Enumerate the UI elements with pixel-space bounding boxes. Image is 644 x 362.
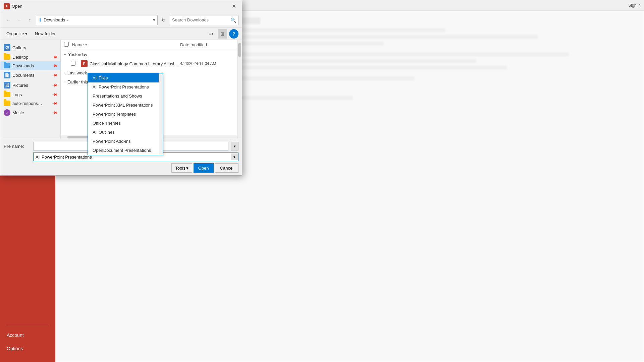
yesterday-chevron: ▾ <box>64 52 66 57</box>
dialog-toolbar: Organize ▾ New folder ≡ ▾ ⊞ ? <box>0 28 242 40</box>
file-item-classical[interactable]: P Classical Mythology Common Literary Al… <box>61 59 237 68</box>
earlier-this-month-chevron: › <box>64 80 65 84</box>
sidebar-item-logs[interactable]: Logs 📌 <box>0 90 60 99</box>
sidebar-item-gallery-label: Gallery <box>12 45 57 50</box>
sidebar-item-logs-label: Logs <box>12 92 50 97</box>
nav-forward-button[interactable]: → <box>14 15 24 25</box>
documents-pin-icon: 📌 <box>51 72 58 78</box>
sidebar-item-pictures[interactable]: 🖼 Pictures 📌 <box>0 80 60 90</box>
group-header-yesterday[interactable]: ▾ Yesterday <box>61 50 237 59</box>
sidebar-item-music[interactable]: ♪ Music 📌 <box>0 108 60 118</box>
organize-label: Organize <box>6 31 24 36</box>
open-button[interactable]: Open <box>194 163 214 173</box>
yesterday-label: Yesterday <box>68 52 87 57</box>
nav-download-icon: ⬇ <box>38 17 42 23</box>
nav-path-chevron[interactable]: ▾ <box>153 17 155 22</box>
sidebar-item-desktop-label: Desktop <box>12 55 50 60</box>
nav-refresh-button[interactable]: ↻ <box>159 15 168 25</box>
open-dialog: P Open ✕ ← → ↑ ⬇ Downloads › ▾ ↻ 🔍 <box>0 0 242 176</box>
organize-chevron: ▾ <box>25 31 28 36</box>
dialog-sidebar: 🖼 Gallery Desktop 📌 ⬇ Downloads 📌 <box>0 40 61 139</box>
desktop-folder-icon <box>4 54 10 60</box>
dropdown-item-ppt-addins[interactable]: PowerPoint Add-ins <box>88 137 163 146</box>
pptx-icon-classical: P <box>81 60 88 67</box>
dropdown-item-office-themes[interactable]: Office Themes <box>88 119 163 128</box>
nav-path-label: Downloads <box>44 17 65 22</box>
search-input[interactable] <box>172 17 229 22</box>
sign-in-link[interactable]: Sign in <box>628 3 641 8</box>
dialog-titlebar: P Open ✕ <box>0 0 242 12</box>
name-column-header[interactable]: Name ▾ <box>72 42 180 47</box>
nav-back-button[interactable]: ← <box>4 15 13 25</box>
tools-button[interactable]: Tools ▾ <box>171 163 192 173</box>
dialog-navbar: ← → ↑ ⬇ Downloads › ▾ ↻ 🔍 <box>0 12 242 28</box>
dropdown-item-ppt-xml[interactable]: PowerPoint XML Presentations <box>88 101 163 110</box>
help-icon: ? <box>232 31 235 37</box>
view-icon: ≡ <box>209 31 211 37</box>
new-folder-label: New folder <box>35 31 56 36</box>
pictures-icon: 🖼 <box>4 82 10 88</box>
downloads-folder-icon: ⬇ <box>4 63 10 68</box>
layout-button[interactable]: ⊞ <box>218 29 227 39</box>
sidebar-item-pictures-label: Pictures <box>12 83 50 88</box>
layout-icon: ⊞ <box>220 31 224 37</box>
gallery-icon: 🖼 <box>4 44 10 51</box>
sidebar-item-downloads-label: Downloads <box>12 63 50 68</box>
sidebar-item-gallery[interactable]: 🖼 Gallery <box>0 43 60 53</box>
dropdown-scrollbar[interactable] <box>159 73 163 155</box>
music-pin-icon: 📌 <box>51 109 58 116</box>
dropdown-item-all-outlines[interactable]: All Outlines <box>88 128 163 137</box>
logs-pin-icon: 📌 <box>51 91 58 98</box>
sidebar-item-documents-label: Documents <box>12 73 50 78</box>
nav-path-sep: › <box>66 17 68 22</box>
help-button[interactable]: ? <box>229 29 238 39</box>
vertical-scrollbar[interactable] <box>237 40 242 139</box>
music-icon: ♪ <box>4 109 10 116</box>
sidebar-item-downloads[interactable]: ⬇ Downloads 📌 <box>0 61 60 70</box>
dropdown-item-all-ppt[interactable]: All PowerPoint Presentations <box>88 82 163 92</box>
sidebar-item-desktop[interactable]: Desktop 📌 <box>0 53 60 61</box>
last-week-label: Last week <box>67 70 87 75</box>
file-date-classical: 4/23/2024 11:04 AM <box>180 61 234 66</box>
logs-folder-icon <box>4 92 10 97</box>
action-row: Tools ▾ Open Cancel <box>4 163 238 173</box>
auto-respons-pin-icon: 📌 <box>51 100 58 106</box>
options-item[interactable]: Options <box>0 342 55 355</box>
search-box: 🔍 <box>170 15 238 25</box>
dialog-close-button[interactable]: ✕ <box>229 2 238 11</box>
column-headers: Name ▾ Date modified <box>61 40 237 50</box>
new-folder-button[interactable]: New folder <box>32 30 58 38</box>
date-column-header[interactable]: Date modified <box>180 42 234 47</box>
file-type-dropdown-menu: All Files All PowerPoint Presentations P… <box>88 73 163 155</box>
file-name-classical: Classical Mythology Common Literary Allu… <box>90 61 178 66</box>
select-all-checkbox[interactable] <box>64 42 69 47</box>
tools-label: Tools <box>175 166 185 171</box>
downloads-pin-icon: 📌 <box>51 62 58 69</box>
organize-button[interactable]: Organize ▾ <box>4 30 30 38</box>
v-scrollbar-thumb <box>238 43 241 57</box>
nav-up-button[interactable]: ↑ <box>25 15 35 25</box>
sidebar-item-auto-respons[interactable]: auto-respons… 📌 <box>0 99 60 108</box>
nav-path-bar[interactable]: ⬇ Downloads › ▾ <box>36 15 158 25</box>
view-chevron: ▾ <box>212 32 213 36</box>
search-icon-button[interactable]: 🔍 <box>230 17 236 23</box>
last-week-chevron: › <box>64 71 65 75</box>
dropdown-item-opendoc[interactable]: OpenDocument Presentations <box>88 146 163 155</box>
sidebar-item-auto-respons-label: auto-respons… <box>12 101 50 106</box>
file-name-dropdown-chevron[interactable]: ▾ <box>231 142 238 150</box>
file-checkbox-classical[interactable] <box>71 61 75 66</box>
dropdown-item-ppt-templates[interactable]: PowerPoint Templates <box>88 110 163 119</box>
account-item[interactable]: Account <box>0 328 55 342</box>
dialog-app-icon: P <box>4 3 10 9</box>
documents-icon: 📄 <box>4 72 10 78</box>
dialog-title: Open <box>12 4 22 9</box>
sidebar-item-music-label: Music <box>12 110 50 115</box>
sidebar-item-documents[interactable]: 📄 Documents 📌 <box>0 70 60 80</box>
dropdown-item-all-files[interactable]: All Files <box>88 73 163 82</box>
cancel-button[interactable]: Cancel <box>215 163 238 173</box>
desktop-pin-icon: 📌 <box>51 54 58 60</box>
view-toggle-button[interactable]: ≡ ▾ <box>206 29 216 39</box>
dropdown-item-pres-shows[interactable]: Presentations and Shows <box>88 92 163 101</box>
file-name-label: File name: <box>4 144 31 149</box>
sort-icon: ▾ <box>85 43 87 47</box>
